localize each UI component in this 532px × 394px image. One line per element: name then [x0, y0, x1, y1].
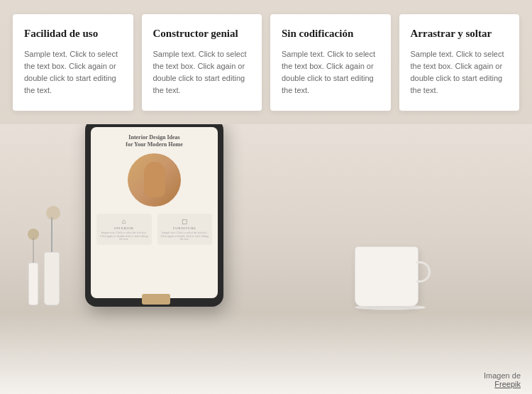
- card-4: Arrastrar y soltar Sample text. Click to…: [399, 14, 520, 111]
- card-4-title: Arrastrar y soltar: [411, 27, 509, 41]
- card-2-title: Constructor genial: [153, 27, 251, 41]
- feature-cards-section: Facilidad de uso Sample text. Click to s…: [0, 0, 532, 122]
- background-scene: Interior Design Ideas for Your Modern Ho…: [0, 124, 532, 394]
- card-3-text: Sample text. Click to select the text bo…: [282, 48, 379, 97]
- card-2: Constructor genial Sample text. Click to…: [142, 14, 262, 111]
- tablet-frame: Interior Design Ideas for Your Modern Ho…: [85, 124, 223, 307]
- interior-label: INTERIOR: [114, 226, 133, 230]
- attribution: Imagen de Freepik: [484, 371, 521, 388]
- flower-right: [46, 206, 60, 220]
- card-3-title: Sin codificación: [282, 27, 379, 41]
- furniture-label: FURNITURE: [173, 226, 196, 230]
- tablet-screen: Interior Design Ideas for Your Modern Ho…: [91, 127, 218, 298]
- freepik-link[interactable]: Freepik: [494, 380, 521, 388]
- vase-decoration: [144, 162, 165, 197]
- vase-body-right: [44, 252, 60, 305]
- stem-right: [51, 217, 52, 253]
- cup-body: [355, 246, 419, 307]
- tablet-header-text: Interior Design Ideas for Your Modern Ho…: [126, 134, 183, 149]
- interior-icon: ⌂: [122, 217, 126, 225]
- tablet-device: Interior Design Ideas for Your Modern Ho…: [85, 124, 227, 310]
- furniture-text: Sample text. Click to select the text bo…: [160, 231, 210, 241]
- tablet-furniture-block: ◻ FURNITURE Sample text. Click to select…: [157, 214, 213, 245]
- card-1: Facilidad de uso Sample text. Click to s…: [13, 14, 133, 111]
- vase-body-left: [28, 263, 38, 305]
- tablet-hero-image: [128, 153, 181, 207]
- card-2-text: Sample text. Click to select the text bo…: [153, 48, 251, 97]
- stem-left: [33, 238, 34, 263]
- card-4-text: Sample text. Click to select the text bo…: [411, 48, 509, 97]
- attribution-line1: Imagen de: [484, 371, 521, 380]
- tablet-interior-block: ⌂ INTERIOR Sample text. Click to select …: [96, 214, 152, 245]
- furniture-icon: ◻: [182, 217, 187, 225]
- coffee-cup: [355, 246, 426, 310]
- small-vase-left: [27, 241, 40, 305]
- interior-text: Sample text. Click to select the text bo…: [99, 231, 149, 241]
- tablet-icons-row: ⌂ INTERIOR Sample text. Click to select …: [96, 214, 212, 245]
- tablet-stand: [142, 294, 170, 305]
- card-3: Sin codificación Sample text. Click to s…: [270, 14, 391, 111]
- card-1-text: Sample text. Click to select the text bo…: [24, 48, 122, 97]
- card-1-title: Facilidad de uso: [24, 27, 122, 41]
- cup-handle: [416, 261, 431, 283]
